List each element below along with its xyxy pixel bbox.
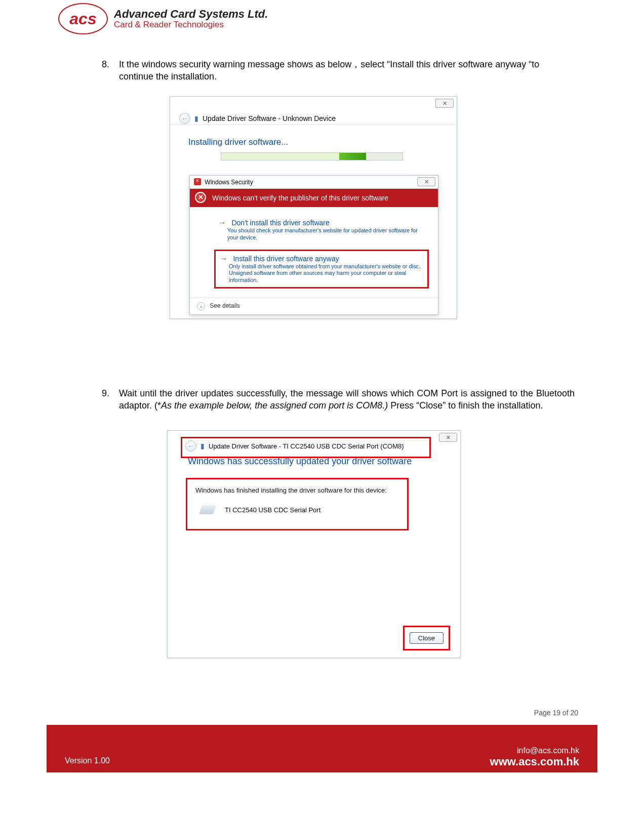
see-details-toggle[interactable]: ⌄ See details bbox=[190, 298, 438, 314]
windows-security-dialog: Windows Security ✕ ✕ Windows can't verif… bbox=[189, 175, 438, 315]
highlighted-title-box: ← ▮ Update Driver Software - TI CC2540 U… bbox=[181, 437, 431, 458]
highlighted-result-box: Windows has finished installing the driv… bbox=[186, 478, 409, 530]
document-header: acs Advanced Card Systems Ltd. Card & Re… bbox=[58, 3, 268, 34]
option-install-anyway-title: Install this driver software anyway bbox=[233, 255, 339, 263]
see-details-label: See details bbox=[210, 302, 239, 309]
step-9: 9. Wait until the driver updates success… bbox=[119, 387, 575, 412]
company-tagline: Card & Reader Technologies bbox=[114, 20, 268, 30]
device-icon bbox=[199, 505, 216, 514]
company-logo: acs bbox=[58, 3, 108, 34]
installed-device-name: TI CC2540 USB CDC Serial Port bbox=[225, 506, 320, 514]
update-driver-title-2: Update Driver Software - TI CC2540 USB C… bbox=[209, 442, 404, 450]
highlighted-close-area: Close bbox=[403, 626, 450, 650]
back-icon[interactable]: ← bbox=[185, 440, 196, 452]
footer-website: www.acs.com.hk bbox=[490, 755, 579, 768]
option-dont-install[interactable]: → Don't install this driver software You… bbox=[214, 215, 429, 244]
close-button[interactable]: Close bbox=[410, 632, 444, 644]
option-install-anyway-desc: Only install driver software obtained fr… bbox=[229, 263, 423, 284]
screenshot-2-window: ✕ ← ▮ Update Driver Software - TI CC2540… bbox=[167, 430, 461, 658]
close-icon[interactable]: ✕ bbox=[435, 99, 454, 108]
update-driver-title: Update Driver Software - Unknown Device bbox=[203, 114, 336, 122]
logo-text: acs bbox=[69, 10, 96, 28]
screenshot-1-window: ✕ ← ▮ Update Driver Software - Unknown D… bbox=[170, 96, 457, 319]
company-name: Advanced Card Systems Ltd. bbox=[114, 8, 268, 21]
device-icon: ▮ bbox=[200, 442, 205, 450]
installing-title: Installing driver software... bbox=[188, 137, 457, 147]
security-banner-text: Windows can't verify the publisher of th… bbox=[212, 194, 388, 202]
step-8: 8. It the windows security warning messa… bbox=[119, 58, 575, 83]
step-8-text: It the windows security warning message … bbox=[119, 59, 539, 81]
page-number: Page 19 of 20 bbox=[534, 709, 578, 717]
shield-icon bbox=[194, 178, 201, 185]
security-dialog-title: Windows Security bbox=[205, 179, 253, 186]
option-install-anyway[interactable]: → Install this driver software anyway On… bbox=[214, 250, 429, 289]
close-icon[interactable]: ✕ bbox=[417, 177, 435, 186]
option-dont-install-desc: You should check your manufacturer's web… bbox=[227, 227, 425, 241]
finished-message: Windows has finished installing the driv… bbox=[195, 486, 399, 494]
step-9-number: 9. bbox=[102, 387, 109, 399]
arrow-icon: → bbox=[220, 254, 228, 263]
document-footer: Version 1.00 info@acs.com.hk www.acs.com… bbox=[47, 728, 597, 772]
chevron-down-icon: ⌄ bbox=[197, 302, 205, 310]
footer-email: info@acs.com.hk bbox=[490, 746, 579, 755]
version-label: Version 1.00 bbox=[65, 756, 110, 772]
shield-x-icon: ✕ bbox=[195, 192, 206, 203]
option-dont-install-title: Don't install this driver software bbox=[231, 219, 329, 227]
arrow-icon: → bbox=[218, 218, 226, 227]
back-icon[interactable]: ← bbox=[179, 113, 190, 124]
step-9-text-b: Press “Close” to finish the installation… bbox=[388, 400, 543, 411]
close-icon[interactable]: ✕ bbox=[439, 433, 457, 442]
step-8-number: 8. bbox=[102, 58, 109, 70]
device-icon: ▮ bbox=[194, 114, 198, 122]
progress-bar bbox=[221, 152, 403, 160]
step-9-text-italic: As the example below, the assigned com p… bbox=[161, 400, 388, 411]
